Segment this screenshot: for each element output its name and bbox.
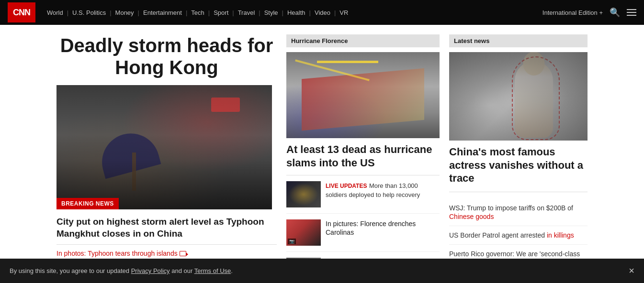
- story-thumb-1[interactable]: [286, 181, 321, 207]
- nav-entertainment[interactable]: Entertainment: [139, 9, 186, 16]
- story-thumb-2[interactable]: 📷: [286, 219, 321, 246]
- story-link-photos[interactable]: In photos: Typhoon tears through islands: [56, 250, 186, 257]
- nav-health[interactable]: Health: [283, 9, 309, 16]
- camera-icon: [180, 251, 186, 256]
- news-item-1[interactable]: US Border Patrol agent arrested in killi…: [449, 226, 588, 245]
- main-image-wrapper: BREAKING NEWS: [56, 85, 277, 209]
- terms-of-use-link[interactable]: Terms of Use: [194, 267, 231, 274]
- cookie-close-button[interactable]: ×: [629, 265, 634, 276]
- bg-overlay: [449, 52, 588, 141]
- main-image[interactable]: [56, 85, 272, 209]
- left-column: Deadly storm heads for Hong Kong BREAKIN…: [56, 34, 277, 283]
- tape-shape: [317, 61, 378, 63]
- nav-tech[interactable]: Tech: [187, 9, 208, 16]
- latest-news-label: Latest news: [449, 34, 588, 47]
- sub-headline: City put on highest storm alert level as…: [56, 216, 277, 245]
- hurricane-main-image[interactable]: [286, 52, 440, 138]
- international-edition[interactable]: International Edition +: [542, 9, 603, 16]
- nav-world[interactable]: World: [43, 9, 67, 16]
- story-text-2: In pictures: Florence drenches Carolinas: [326, 219, 440, 246]
- menu-icon[interactable]: [627, 9, 636, 16]
- nav-links: World| U.S. Politics| Money| Entertainme…: [43, 9, 542, 16]
- cookie-text: By using this site, you agree to our upd…: [10, 267, 233, 274]
- story-text-1: LIVE UPDATES More than 13,000 soldiers d…: [326, 181, 440, 207]
- hurricane-headline: At least 13 dead as hurricane slams into…: [286, 143, 440, 175]
- nav-money[interactable]: Money: [112, 9, 138, 16]
- nav-vr[interactable]: VR: [336, 9, 352, 16]
- nav-style[interactable]: Style: [260, 9, 282, 16]
- story-item-2: 📷 In pictures: Florence drenches Carolin…: [286, 219, 440, 252]
- middle-column: Hurricane Florence At least 13 dead as h…: [286, 34, 440, 283]
- nav-right: International Edition + 🔍: [542, 7, 636, 18]
- person-shape: [132, 152, 136, 191]
- story-title-2: In pictures: Florence drenches Carolinas: [326, 220, 416, 236]
- search-icon[interactable]: 🔍: [610, 7, 620, 18]
- nav-travel[interactable]: Travel: [234, 9, 259, 16]
- actress-image[interactable]: [449, 52, 588, 141]
- umbrella-shape: [96, 127, 161, 179]
- main-content: Deadly storm heads for Hong Kong BREAKIN…: [0, 25, 644, 283]
- actress-headline: China's most famous actress vanishes wit…: [449, 145, 588, 192]
- live-tag: LIVE UPDATES: [326, 183, 367, 189]
- hurricane-label: Hurricane Florence: [286, 34, 440, 47]
- privacy-policy-link[interactable]: Privacy Policy: [131, 267, 170, 274]
- breaking-news-badge: BREAKING NEWS: [56, 198, 119, 209]
- cnn-logo[interactable]: CNN: [8, 2, 35, 22]
- nav-uspolitics[interactable]: U.S. Politics: [68, 9, 110, 16]
- navbar: CNN World| U.S. Politics| Money| Enterta…: [0, 0, 644, 25]
- sign-shape: [211, 98, 240, 112]
- main-headline: Deadly storm heads for Hong Kong: [56, 34, 277, 78]
- nav-video[interactable]: Video: [311, 9, 334, 16]
- thumb-camera-icon: 📷: [288, 239, 296, 244]
- cookie-bar: By using this site, you agree to our upd…: [0, 259, 644, 283]
- right-column: Latest news China's most famous actress …: [449, 34, 588, 283]
- story-item-1: LIVE UPDATES More than 13,000 soldiers d…: [286, 181, 440, 214]
- nav-sport[interactable]: Sport: [210, 9, 232, 16]
- news-item-0[interactable]: WSJ: Trump to impose tariffs on $200B of…: [449, 199, 588, 226]
